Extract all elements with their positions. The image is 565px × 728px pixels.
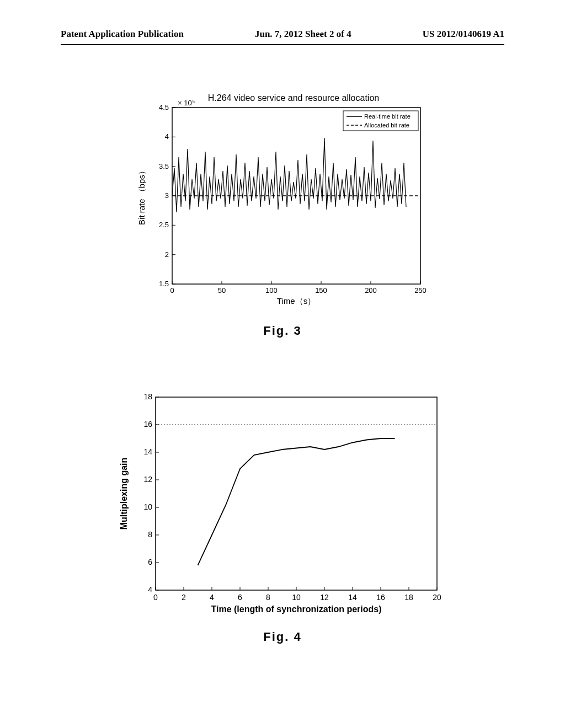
- svg-text:18: 18: [143, 392, 152, 401]
- svg-text:0: 0: [153, 593, 158, 602]
- svg-text:16: 16: [376, 593, 385, 602]
- header-right: US 2012/0140619 A1: [423, 29, 504, 40]
- svg-text:14: 14: [348, 593, 357, 602]
- svg-text:200: 200: [365, 286, 377, 295]
- svg-text:12: 12: [143, 475, 152, 484]
- legend-allocated: Allocated bit rate: [364, 122, 409, 129]
- fig4-yticks: 4 6 8 10 12 14 16 18: [143, 392, 159, 594]
- svg-text:4: 4: [165, 132, 169, 141]
- svg-text:100: 100: [265, 286, 278, 295]
- svg-text:2: 2: [182, 593, 186, 602]
- svg-text:18: 18: [404, 593, 413, 602]
- fig4-chart: 4 6 8 10 12 14 16 18 0 2 4 6 8 10 12 14 …: [111, 386, 454, 618]
- svg-text:8: 8: [266, 593, 270, 602]
- fig3-ylabel: Bit rate （bps）: [137, 167, 146, 225]
- header-rule: [61, 44, 504, 45]
- fig4-series-line: [198, 438, 395, 565]
- svg-text:1.5: 1.5: [159, 280, 169, 288]
- fig3-caption: Fig. 3: [263, 324, 301, 338]
- svg-text:50: 50: [218, 286, 226, 295]
- figure-3: H.264 video service and resource allocat…: [0, 91, 565, 338]
- svg-text:0: 0: [170, 286, 174, 295]
- fig4-axes-box: [156, 397, 437, 590]
- svg-text:4.5: 4.5: [159, 103, 169, 111]
- fig4-xticks: 0 2 4 6 8 10 12 14 16 18 20: [153, 587, 441, 602]
- svg-text:14: 14: [143, 447, 152, 456]
- fig3-chart: H.264 video service and resource allocat…: [128, 91, 437, 312]
- fig4-ylabel: Multiplexing gain: [119, 458, 129, 530]
- figure-4: 4 6 8 10 12 14 16 18 0 2 4 6 8 10 12 14 …: [0, 386, 565, 644]
- svg-text:10: 10: [292, 593, 301, 602]
- header-center: Jun. 7, 2012 Sheet 2 of 4: [255, 29, 351, 40]
- svg-text:3.5: 3.5: [159, 162, 169, 170]
- legend-realtime: Real-time bit rate: [364, 113, 411, 120]
- svg-text:12: 12: [320, 593, 329, 602]
- fig3-title: H.264 video service and resource allocat…: [208, 93, 379, 103]
- svg-text:6: 6: [238, 593, 242, 602]
- svg-text:2: 2: [165, 250, 169, 259]
- svg-text:4: 4: [210, 593, 214, 602]
- svg-text:10: 10: [143, 502, 152, 511]
- svg-text:8: 8: [148, 530, 152, 539]
- page-header: Patent Application Publication Jun. 7, 2…: [0, 29, 565, 40]
- svg-text:16: 16: [143, 420, 152, 429]
- header-left: Patent Application Publication: [61, 29, 184, 40]
- svg-text:150: 150: [315, 286, 327, 295]
- fig3-legend: Real-time bit rate Allocated bit rate: [343, 111, 418, 131]
- svg-text:20: 20: [433, 593, 441, 602]
- fig4-xlabel: Time (length of synchronization periods): [211, 604, 381, 614]
- svg-text:3: 3: [165, 191, 169, 200]
- fig3-xticks: 0 50 100 150 200 250: [170, 281, 426, 295]
- svg-text:250: 250: [414, 286, 427, 295]
- svg-text:4: 4: [148, 585, 152, 594]
- fig3-exponent: × 10⁵: [178, 99, 195, 107]
- fig4-caption: Fig. 4: [263, 630, 301, 644]
- fig3-realtime-line: [172, 138, 406, 212]
- svg-text:6: 6: [148, 558, 152, 566]
- fig3-xlabel: Time（s）: [277, 296, 316, 306]
- svg-text:2.5: 2.5: [159, 221, 169, 229]
